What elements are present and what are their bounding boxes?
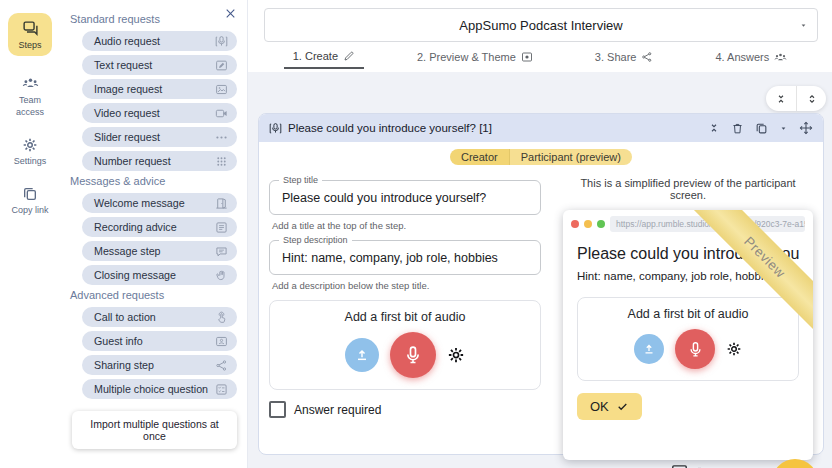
tab-label: 4. Answers [715,51,769,63]
gear-icon [22,137,38,153]
pencil-icon [343,50,355,62]
toggle-creator[interactable]: Creator [450,149,509,165]
step-title-value: Please could you introduce yourself? [282,191,528,205]
ok-label: OK [590,399,609,414]
item-label: Slider request [94,131,160,143]
preview-step-hint: Hint: name, company, job role, hobbies [577,270,799,282]
browser-top-bar: https://app.rumble.studio/forms/open/920… [563,210,813,236]
rail-item-copy-link[interactable]: Copy link [6,186,54,216]
step-title-field[interactable]: Step title Please could you introduce yo… [269,180,541,215]
record-audio-button[interactable] [390,332,436,378]
step-description-field[interactable]: Step description Hint: name, company, jo… [269,240,541,275]
waving-hand-icon [215,269,228,282]
number-pad-icon [215,155,228,168]
step-type-message-step[interactable]: Message step [82,241,237,261]
collapse-step-icon[interactable] [708,122,720,134]
step-card-header[interactable]: Please could you introduce yourself? [1] [259,114,823,142]
step-description-helper: Add a description below the step title. [272,280,541,291]
step-type-welcome-message[interactable]: Welcome message [82,193,237,213]
duplicate-step-icon[interactable] [755,122,768,135]
step-type-video-request[interactable]: Video request [82,103,237,123]
groups-icon [774,51,787,64]
step-card: Please could you introduce yourself? [1]… [258,113,824,455]
step-form: Step title Please could you introduce yo… [269,174,541,441]
answer-required-label: Answer required [294,403,381,417]
rail-item-steps[interactable]: Steps [8,13,52,56]
share-icon [215,359,228,372]
section-title-advanced-requests: Advanced requests [70,289,237,301]
checklist-icon [215,383,228,396]
step-type-closing-message[interactable]: Closing message [82,265,237,285]
item-label: Video request [94,107,160,119]
participant-preview: This is a simplified preview of the part… [563,174,813,441]
tab-preview-theme[interactable]: 2. Preview & Theme [408,46,542,69]
preview-audio-settings-icon[interactable] [726,341,742,357]
preview-audio-box-title: Add a first bit of audio [586,307,790,321]
main-area: AppSumo Podcast Interview 1. Create 2. P… [248,0,832,468]
tab-create[interactable]: 1. Create [284,46,364,69]
copy-icon [22,186,38,202]
traffic-light-yellow [584,220,592,228]
interview-title: AppSumo Podcast Interview [459,18,622,33]
tab-answers[interactable]: 4. Answers [706,46,796,69]
item-label: Number request [94,155,171,167]
mode-toggle: Creator Participant (preview) [269,149,813,165]
tab-share[interactable]: 3. Share [586,46,663,69]
rail-item-settings[interactable]: Settings [6,137,54,167]
step-menu-caret-icon[interactable] [779,124,788,133]
step-type-multiple-choice[interactable]: Multiple choice question [82,379,237,399]
preview-upload-button[interactable] [634,334,664,364]
share-icon [641,51,653,63]
step-type-sharing-step[interactable]: Sharing step [82,355,237,375]
contact-card-icon [215,335,228,348]
move-step-icon[interactable] [799,121,813,135]
step-title-label: Step title [279,175,322,185]
step-description-value: Hint: name, company, job role, hobbies [282,251,528,265]
step-type-text-request[interactable]: Text request [82,55,237,75]
upload-audio-button[interactable] [345,338,379,372]
expand-all-button[interactable] [796,86,826,111]
preview-caption: This is a simplified preview of the part… [563,177,813,201]
rail-item-team-access[interactable]: Team access [6,75,54,118]
rail-label-team-access: Team access [6,95,54,118]
audio-settings-icon[interactable] [447,346,465,364]
traffic-light-red [571,220,579,228]
door-icon [215,197,228,210]
item-label: Closing message [94,269,176,281]
step-type-call-to-action[interactable]: Call to action [82,307,237,327]
step-card-body: Creator Participant (preview) Step title… [259,142,823,454]
mic-icon [687,341,704,358]
interview-title-select[interactable]: AppSumo Podcast Interview [264,8,818,42]
step-type-audio-request[interactable]: Audio request [82,31,237,51]
left-rail: Steps Team access Settings Copy link [0,0,60,468]
preview-record-button[interactable] [675,329,715,369]
upload-icon [354,347,370,363]
item-label: Multiple choice question [94,383,208,395]
item-label: Call to action [94,311,156,323]
step-type-image-request[interactable]: Image request [82,79,237,99]
collapse-all-button[interactable] [766,86,796,111]
steps-icon [22,20,39,37]
team-access-icon [22,75,39,92]
import-questions-button[interactable]: Import multiple questions at once [72,411,237,449]
step-type-number-request[interactable]: Number request [82,151,237,171]
answer-required-checkbox[interactable]: Answer required [269,401,541,418]
delete-step-icon[interactable] [731,122,744,135]
desktop-icon[interactable] [671,463,688,468]
preview-icon [521,51,533,63]
device-switcher [563,463,813,468]
step-type-slider-request[interactable]: Slider request [82,127,237,147]
item-label: Image request [94,83,162,95]
section-title-standard-requests: Standard requests [70,13,237,25]
toggle-participant[interactable]: Participant (preview) [509,149,632,165]
rail-label-copy-link: Copy link [11,205,48,216]
url-bar: https://app.rumble.studio/forms/open/920… [610,216,805,232]
step-type-recording-advice[interactable]: Recording advice [82,217,237,237]
mic-icon [269,122,282,135]
close-icon[interactable] [224,7,237,20]
item-label: Recording advice [94,221,177,233]
ok-button[interactable]: OK [577,393,642,420]
step-type-guest-info[interactable]: Guest info [82,331,237,351]
tab-label: 1. Create [293,50,338,62]
preview-audio-box: Add a first bit of audio [577,297,799,381]
